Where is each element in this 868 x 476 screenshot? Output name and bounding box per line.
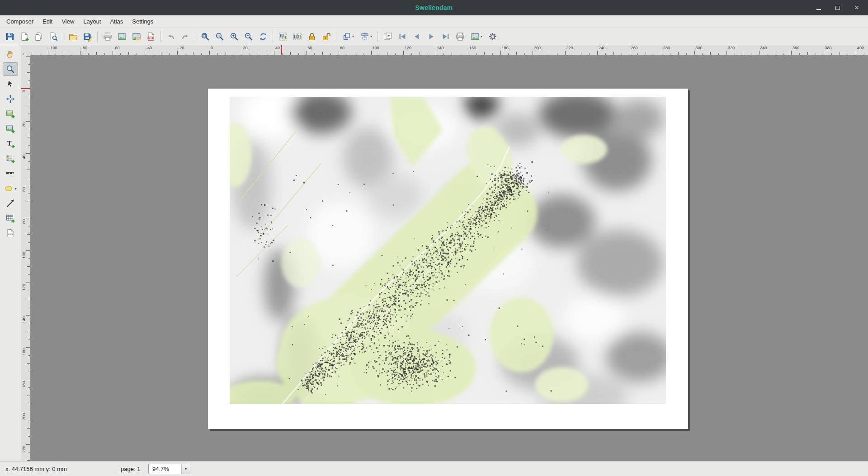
ruler-tick bbox=[541, 53, 541, 55]
ruler-tick bbox=[26, 444, 30, 445]
zoom-full-button[interactable] bbox=[198, 30, 212, 43]
zoom-tool-button[interactable] bbox=[3, 62, 18, 76]
group-items-button[interactable] bbox=[276, 30, 290, 43]
add-map-tool-button[interactable] bbox=[3, 107, 18, 121]
menu-settings[interactable]: Settings bbox=[127, 16, 158, 27]
ungroup-items-button[interactable] bbox=[290, 30, 304, 43]
zoom-actual-button[interactable]: 1:1 bbox=[212, 30, 226, 43]
save-template-button[interactable] bbox=[80, 30, 94, 43]
redo-button[interactable] bbox=[178, 30, 192, 43]
ruler-tick bbox=[314, 53, 315, 55]
ruler-label: 0 bbox=[22, 90, 26, 92]
menu-atlas[interactable]: Atlas bbox=[105, 16, 127, 27]
ruler-tick bbox=[290, 52, 291, 55]
load-template-button[interactable] bbox=[66, 30, 80, 43]
print-icon bbox=[103, 32, 113, 42]
composer-page[interactable] bbox=[208, 89, 688, 429]
composer-manager-button[interactable] bbox=[46, 30, 60, 43]
ruler-tick bbox=[28, 226, 30, 226]
atlas-last-button[interactable] bbox=[439, 30, 453, 43]
window-controls: ✕ bbox=[816, 5, 868, 11]
add-scalebar-tool-button[interactable] bbox=[3, 167, 18, 180]
add-arrow-tool-button[interactable] bbox=[3, 197, 18, 210]
maximize-button[interactable] bbox=[835, 5, 841, 11]
atlas-next-button[interactable] bbox=[424, 30, 438, 43]
add-label-tool-button[interactable]: T bbox=[3, 137, 18, 151]
ruler-tick bbox=[28, 258, 30, 259]
new-composer-button[interactable] bbox=[17, 30, 31, 43]
move-item-content-tool-button[interactable] bbox=[3, 92, 18, 106]
composer-canvas[interactable] bbox=[30, 55, 868, 461]
ruler-label: 60 bbox=[308, 46, 312, 50]
minimize-button[interactable] bbox=[816, 5, 822, 11]
export-svg-button[interactable]: SVG bbox=[129, 30, 143, 43]
export-atlas-button[interactable]: ▾ bbox=[467, 30, 485, 43]
ruler-tick bbox=[848, 53, 848, 55]
unlock-items-button[interactable] bbox=[319, 30, 333, 43]
raise-items-button[interactable]: ▾ bbox=[339, 30, 357, 43]
ruler-tick bbox=[28, 129, 30, 129]
ruler-tick bbox=[28, 307, 30, 307]
zoom-value: 94.7% bbox=[149, 466, 181, 472]
add-arrow-icon bbox=[5, 198, 15, 208]
toolbar-separator bbox=[97, 31, 98, 42]
ruler-tick bbox=[113, 51, 113, 55]
ruler-tick bbox=[28, 113, 30, 113]
zoom-level-select[interactable]: 94.7% ▾ bbox=[148, 464, 190, 474]
print-atlas-button[interactable] bbox=[453, 30, 467, 43]
ruler-tick bbox=[347, 53, 347, 55]
add-attribute-table-icon bbox=[5, 213, 15, 223]
add-attribute-table-tool-button[interactable] bbox=[3, 212, 18, 225]
lock-items-icon bbox=[307, 32, 317, 42]
print-button[interactable] bbox=[100, 30, 114, 43]
ruler-tick bbox=[48, 51, 48, 55]
ruler-label: 120 bbox=[22, 284, 26, 291]
duplicate-composer-button[interactable] bbox=[32, 30, 46, 43]
zoom-out-button[interactable] bbox=[241, 30, 255, 43]
zoom-in-button[interactable] bbox=[227, 30, 241, 43]
pan-tool-button[interactable] bbox=[3, 47, 18, 61]
menu-edit[interactable]: Edit bbox=[38, 16, 57, 27]
ruler-tick bbox=[28, 161, 30, 162]
ruler-tick bbox=[484, 52, 485, 55]
zoom-full-icon bbox=[200, 32, 210, 42]
lock-items-button[interactable] bbox=[305, 30, 319, 43]
item-toolbox: T▾</> bbox=[0, 45, 21, 461]
export-pdf-button[interactable]: PDF bbox=[144, 30, 158, 43]
export-image-button[interactable] bbox=[115, 30, 129, 43]
save-project-button[interactable] bbox=[3, 30, 17, 43]
ruler-tick bbox=[201, 53, 202, 55]
ruler-tick bbox=[395, 53, 396, 55]
ruler-tick bbox=[28, 404, 30, 404]
align-items-button[interactable]: ▾ bbox=[357, 30, 375, 43]
close-button[interactable]: ✕ bbox=[854, 5, 860, 11]
menu-view[interactable]: View bbox=[57, 16, 79, 27]
ruler-tick bbox=[718, 53, 719, 55]
atlas-settings-button[interactable] bbox=[486, 30, 500, 43]
add-legend-tool-button[interactable] bbox=[3, 152, 18, 165]
select-move-item-tool-button[interactable] bbox=[3, 77, 18, 91]
ruler-tick bbox=[28, 387, 30, 388]
add-image-tool-button[interactable] bbox=[3, 122, 18, 136]
undo-button[interactable] bbox=[164, 30, 178, 43]
ruler-tick bbox=[26, 347, 30, 348]
menu-layout[interactable]: Layout bbox=[79, 16, 105, 27]
ruler-tick bbox=[492, 53, 493, 55]
ruler-tick bbox=[468, 51, 468, 55]
map-item[interactable] bbox=[230, 97, 666, 404]
refresh-button[interactable] bbox=[256, 30, 270, 43]
add-html-frame-tool-button[interactable]: </> bbox=[3, 226, 18, 240]
svg-text:PDF: PDF bbox=[148, 37, 152, 39]
raise-items-icon bbox=[342, 32, 352, 42]
ruler-tick bbox=[508, 53, 509, 55]
add-shape-tool-button[interactable]: ▾ bbox=[3, 182, 18, 195]
ruler-tick bbox=[662, 51, 662, 55]
atlas-prev-button[interactable] bbox=[410, 30, 424, 43]
atlas-preview-button[interactable] bbox=[381, 30, 395, 43]
menu-composer[interactable]: Composer bbox=[2, 16, 38, 27]
atlas-first-button[interactable] bbox=[395, 30, 409, 43]
swellendam-map bbox=[230, 97, 666, 404]
ruler-label: 60 bbox=[22, 187, 26, 192]
ruler-label: 80 bbox=[22, 219, 26, 224]
ruler-tick bbox=[743, 52, 743, 55]
